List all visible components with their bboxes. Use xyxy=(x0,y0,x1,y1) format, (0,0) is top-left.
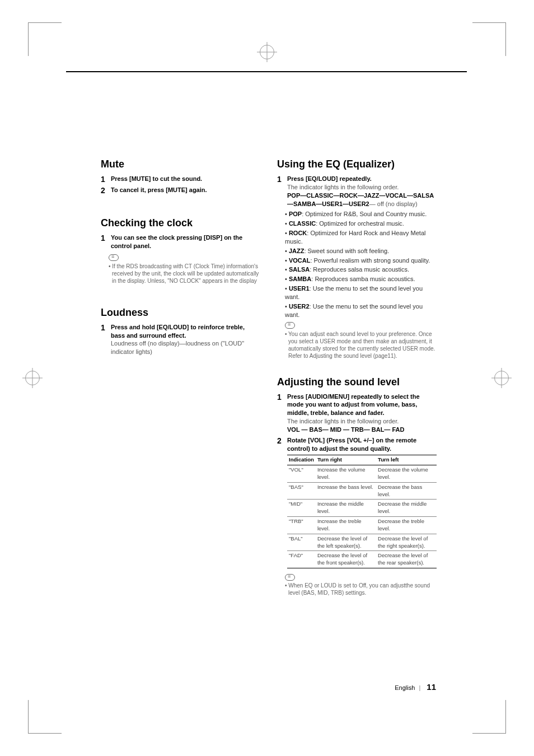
table-cell: Decrease the volume level. xyxy=(376,465,437,483)
table-header: Indication xyxy=(287,455,316,465)
step-text: Rotate [VOL] (Press [VOL +/–] on the rem… xyxy=(287,437,416,452)
note-text: When EQ or LOUD is set to Off, you can a… xyxy=(288,582,430,596)
heading-eq: Using the EQ (Equalizer) xyxy=(277,158,437,170)
mute-step-2: 2 To cancel it, press [MUTE] again. xyxy=(101,186,260,195)
step-number: 2 xyxy=(101,186,107,195)
table-cell: "BAL" xyxy=(287,534,316,551)
step-text: Press and hold [EQ/LOUD] to reinforce tr… xyxy=(111,324,245,339)
note-text: You can adjust each sound level to your … xyxy=(288,331,435,359)
step-number: 1 xyxy=(101,234,107,250)
eq-mode-item: • USER1: Use the menu to set the sound l… xyxy=(285,284,437,301)
eq-mode-item: • SAMBA: Reproduces samba music acoustic… xyxy=(285,275,437,283)
registration-mark-left xyxy=(25,371,40,385)
table-row: "VOL"Increase the volume level.Decrease … xyxy=(287,465,437,483)
table-cell: "TRB" xyxy=(287,517,316,534)
note-icon xyxy=(109,254,119,261)
eq-step-1: 1 Press [EQ/LOUD] repeatedly. The indica… xyxy=(277,175,437,208)
table-cell: Decrease the treble level. xyxy=(376,517,437,534)
table-cell: "FAD" xyxy=(287,551,316,568)
eq-mode-item: • POP: Optimized for R&B, Soul and Count… xyxy=(285,210,437,218)
footer-language: English xyxy=(395,684,415,691)
table-row: "FAD"Decrease the level of the front spe… xyxy=(287,551,437,568)
table-cell: Increase the volume level. xyxy=(316,465,376,483)
table-cell: Increase the middle level. xyxy=(316,500,376,517)
footer-page-number: 11 xyxy=(427,682,436,692)
note-icon xyxy=(285,574,295,581)
registration-mark-right xyxy=(494,371,509,385)
table-row: "TRB"Increase the treble level.Decrease … xyxy=(287,517,437,534)
crop-mark-tl xyxy=(28,22,62,56)
clock-note: • If the RDS broadcasting with CT (Clock… xyxy=(112,263,260,284)
step-subtext: Loudness off (no display)—loudness on ("… xyxy=(111,340,244,355)
adjust-step-1: 1 Press [AUDIO/MENU] repeatedly to selec… xyxy=(277,393,437,434)
heading-mute: Mute xyxy=(101,158,260,170)
clock-step-1: 1 You can see the clock pressing [DISP] … xyxy=(101,234,260,250)
table-cell: Increase the bass level. xyxy=(316,482,376,500)
table-cell: Decrease the level of the left speaker(s… xyxy=(316,534,376,551)
eq-mode-item: • SALSA: Reproduces salsa music acoustic… xyxy=(285,265,437,274)
sound-table: IndicationTurn rightTurn left "VOL"Incre… xyxy=(287,455,437,568)
eq-mode-item: • JAZZ: Sweet sound with soft feeling. xyxy=(285,247,437,255)
note-icon xyxy=(285,322,295,329)
heading-adjust: Adjusting the sound level xyxy=(277,376,437,388)
table-cell: Decrease the level of the rear speaker(s… xyxy=(376,551,437,568)
eq-mode-list: • POP: Optimized for R&B, Soul and Count… xyxy=(285,210,437,319)
step-subtext: The indicator lights in the following or… xyxy=(287,184,399,190)
adjust-step-2: 2 Rotate [VOL] (Press [VOL +/–] on the r… xyxy=(277,436,437,568)
table-cell: Decrease the level of the front speaker(… xyxy=(316,551,376,568)
eq-mode-item: • CLASSIC: Optimized for orchestral musi… xyxy=(285,220,437,228)
table-header: Turn left xyxy=(376,455,437,465)
page-top-rule xyxy=(66,71,467,72)
loudness-step-1: 1 Press and hold [EQ/LOUD] to reinforce … xyxy=(101,323,260,356)
heading-loudness: Loudness xyxy=(101,307,260,319)
step-number: 2 xyxy=(277,436,284,568)
step-number: 1 xyxy=(101,175,107,184)
table-header: Turn right xyxy=(316,455,376,465)
table-cell: "BAS" xyxy=(287,482,316,500)
footer-separator: | xyxy=(419,684,420,691)
step-text: You can see the clock pressing [DISP] on… xyxy=(111,234,242,249)
table-cell: "MID" xyxy=(287,500,316,517)
crop-mark-br xyxy=(472,700,506,734)
table-cell: Decrease the bass level. xyxy=(376,482,437,500)
step-text: Press [AUDIO/MENU] repeatedly to select … xyxy=(287,393,420,417)
step-number: 1 xyxy=(101,323,107,356)
eq-mode-item: • VOCAL: Powerful realism with strong so… xyxy=(285,256,437,265)
table-row: "BAL"Decrease the level of the left spea… xyxy=(287,534,437,551)
step-text: Press [MUTE] to cut the sound. xyxy=(111,175,202,182)
crop-mark-bl xyxy=(28,700,62,734)
eq-sequence-tail: — off (no display) xyxy=(369,200,418,207)
table-cell: Increase the treble level. xyxy=(316,517,376,534)
heading-clock: Checking the clock xyxy=(101,217,260,229)
registration-mark-top xyxy=(260,45,274,59)
step-text: Press [EQ/LOUD] repeatedly. xyxy=(287,175,372,182)
eq-note: • You can adjust each sound level to you… xyxy=(288,330,437,360)
adjust-sequence: VOL — BAS— MID — TRB— BAL— FAD xyxy=(287,426,404,433)
step-text: To cancel it, press [MUTE] again. xyxy=(111,186,207,193)
page-content: Mute 1 Press [MUTE] to cut the sound. 2 … xyxy=(101,148,437,596)
eq-mode-item: • ROCK: Optimized for Hard Rock and Heav… xyxy=(285,229,437,246)
step-number: 1 xyxy=(277,175,284,208)
table-cell: Decrease the level of the right speaker(… xyxy=(376,534,437,551)
eq-mode-item: • USER2: Use the menu to set the sound l… xyxy=(285,302,437,319)
table-row: "MID"Increase the middle level.Decrease … xyxy=(287,500,437,517)
step-subtext: The indicator lights in the following or… xyxy=(287,418,399,424)
adjust-note: • When EQ or LOUD is set to Off, you can… xyxy=(288,582,437,596)
page-footer: English | 11 xyxy=(395,682,436,692)
table-cell: "VOL" xyxy=(287,465,316,483)
mute-step-1: 1 Press [MUTE] to cut the sound. xyxy=(101,175,260,184)
left-column: Mute 1 Press [MUTE] to cut the sound. 2 … xyxy=(101,148,260,596)
note-text: If the RDS broadcasting with CT (Clock T… xyxy=(112,263,259,284)
table-cell: Decrease the middle level. xyxy=(376,500,437,517)
right-column: Using the EQ (Equalizer) 1 Press [EQ/LOU… xyxy=(277,148,437,596)
step-number: 1 xyxy=(277,393,284,434)
table-row: "BAS"Increase the bass level.Decrease th… xyxy=(287,482,437,500)
crop-mark-tr xyxy=(472,22,506,56)
